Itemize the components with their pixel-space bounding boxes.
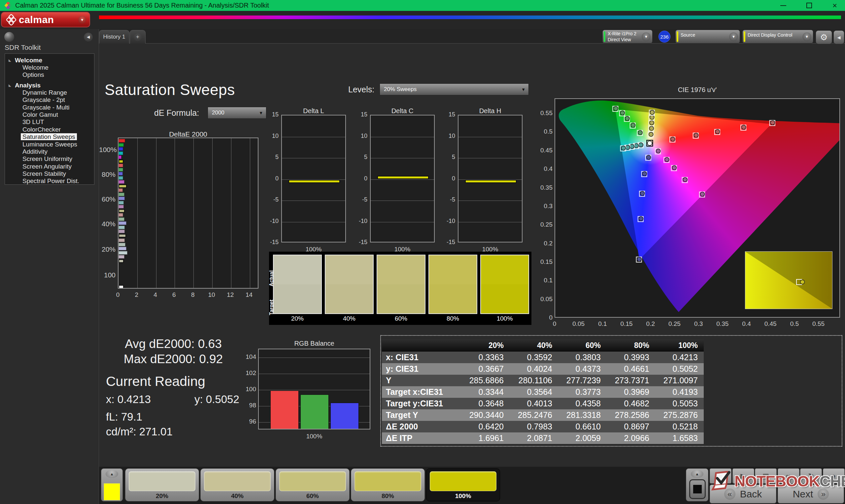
- patch-label: 60%: [276, 492, 349, 500]
- cie-measured-yellow-4: [650, 110, 654, 114]
- deltae-bar-100-yellow: [119, 285, 124, 289]
- chevron-down-icon[interactable]: ▼: [803, 32, 811, 41]
- table-cell: 0.4661: [607, 363, 655, 375]
- sidebar-group-analysis[interactable]: ◣Analysis: [5, 82, 94, 89]
- next-button[interactable]: Next»: [778, 485, 844, 503]
- workflow-tree: ◣WelcomeWelcomeOptions ◣AnalysisDynamic …: [5, 53, 94, 185]
- deltae-bar-20-green: [119, 243, 125, 246]
- close-button[interactable]: ×: [830, 1, 839, 10]
- scroll-up-icon[interactable]: ▲: [106, 470, 118, 478]
- chevron-down-icon[interactable]: ▼: [729, 32, 738, 41]
- sidebar-item-3d-lut[interactable]: 3D LUT: [5, 119, 94, 126]
- cie-measured-blue-2: [640, 191, 645, 196]
- y-tick: -5: [266, 196, 279, 203]
- meter-count-badge[interactable]: 236: [658, 31, 670, 42]
- record-button[interactable]: ●: [823, 468, 845, 484]
- refresh-button[interactable]: ↻: [800, 468, 822, 484]
- minimize-button[interactable]: [779, 1, 788, 10]
- swatch-actual: [274, 255, 321, 284]
- patch-tile-20[interactable]: 20%: [125, 468, 199, 501]
- cie-measured-blue-1: [642, 172, 647, 176]
- sidebar-item-grayscale-2pt[interactable]: Grayscale - 2pt: [5, 96, 94, 104]
- measure-control: ▲: [686, 468, 708, 501]
- tab-history-1[interactable]: History 1: [99, 30, 129, 43]
- table-row-target-x-cie31: Target x:CIE310.33440.35640.37730.39690.…: [382, 386, 704, 398]
- scroll-up-icon[interactable]: ▲: [691, 470, 703, 478]
- meter-status-stripe: [604, 31, 605, 42]
- sidebar-item-luminance-sweeps[interactable]: Luminance Sweeps: [5, 141, 94, 148]
- table-cell: 0.3564: [510, 386, 558, 398]
- de-formula-dropdown[interactable]: 2000▼: [208, 107, 266, 119]
- deltae-plot: [118, 138, 259, 289]
- swatch-60: [376, 255, 425, 314]
- cie1976-chart: CIE 1976 u'v' 00.050.10.150.20.250.30.35…: [538, 84, 845, 331]
- chart-title: Delta H: [458, 107, 523, 115]
- deltae-bar-60-magenta: [119, 205, 124, 209]
- table-header-cell: 100%: [655, 339, 704, 352]
- table-cell: 0.4213: [655, 352, 704, 363]
- sidebar-item-saturation-sweeps[interactable]: Saturation Sweeps: [5, 133, 94, 141]
- settings-button[interactable]: ⚙: [816, 30, 832, 44]
- sidebar-item-color-gamut[interactable]: Color Gamut: [5, 111, 94, 119]
- source-dropdown[interactable]: Source ▼: [675, 30, 740, 43]
- chevron-down-icon[interactable]: ▼: [642, 32, 651, 41]
- levels-dropdown[interactable]: 20% Sweeps▼: [380, 84, 529, 95]
- workflow-orb-button[interactable]: [4, 32, 14, 42]
- sidebar-item-spectral-power-dist[interactable]: Spectral Power Dist.: [5, 178, 94, 185]
- sidebar-item-screen-stability[interactable]: Screen Stability: [5, 170, 94, 178]
- group-label: 80%: [99, 170, 116, 178]
- sidebar-item-dynamic-range[interactable]: Dynamic Range: [5, 89, 94, 96]
- patch-tile-80[interactable]: 80%: [351, 468, 425, 501]
- deltae-bar-60-green: [119, 193, 124, 196]
- loop-button[interactable]: ∞: [778, 468, 799, 484]
- window-title: Calman 2025 Calman Ultimate for Business…: [15, 2, 269, 9]
- measurement-table[interactable]: 20%40%60%80%100%x: CIE310.33630.35920.38…: [382, 339, 704, 444]
- table-cell: 0.3648: [461, 398, 510, 409]
- table-cell: 0.4013: [510, 398, 558, 409]
- deltae-bar-40-yellow: [119, 234, 126, 237]
- table-cell: 0.3667: [461, 363, 510, 375]
- levels-button[interactable]: ▥: [755, 468, 777, 484]
- cie-measured-yellow-2: [650, 121, 654, 125]
- x-tick: 8: [186, 291, 199, 299]
- sidebar-item-grayscale-multi[interactable]: Grayscale - Multi: [5, 104, 94, 111]
- chevron-down-icon: ▼: [521, 87, 526, 92]
- restore-button[interactable]: [805, 1, 813, 10]
- meter-dropdown[interactable]: X-Rite i1Pro 2Direct View ▼: [602, 30, 653, 43]
- sidebar-item-welcome[interactable]: Welcome: [5, 64, 94, 71]
- brand-dropdown-icon[interactable]: ▼: [78, 16, 86, 24]
- app-icon: [5, 2, 11, 9]
- current-patch-color[interactable]: [104, 483, 120, 500]
- x-tick: 0.4: [738, 320, 755, 327]
- x-tick: 0.15: [618, 320, 635, 327]
- stop-measure-button[interactable]: [689, 479, 706, 499]
- stop-button[interactable]: ■: [710, 468, 732, 484]
- panel-collapse-button[interactable]: ◀: [833, 30, 844, 44]
- sidebar-item-colorchecker[interactable]: ColorChecker: [5, 126, 94, 133]
- sidebar-item-screen-uniformity[interactable]: Screen Uniformity: [5, 155, 94, 163]
- patch-tile-100[interactable]: 100%: [426, 468, 500, 501]
- expander-icon[interactable]: ◣: [8, 82, 11, 89]
- back-button[interactable]: «Back: [710, 485, 776, 503]
- sidebar-item-additivity[interactable]: Additivity: [5, 148, 94, 155]
- add-tab-button[interactable]: +: [130, 30, 145, 43]
- chevron-left-icon: ◀: [838, 35, 841, 40]
- calman-menu-button[interactable]: calman ▼: [1, 12, 90, 28]
- patch-swatch: [204, 471, 271, 491]
- swatch-80: [428, 255, 477, 314]
- delta-plot: [281, 115, 346, 242]
- expander-icon[interactable]: ◣: [8, 57, 11, 64]
- sidebar-item-screen-angularity[interactable]: Screen Angularity: [5, 163, 94, 170]
- sidebar-group-welcome[interactable]: ◣Welcome: [5, 57, 94, 64]
- play-button[interactable]: ▶: [733, 468, 754, 484]
- table-row-target-y-cie31: Target y:CIE310.36480.40130.43580.46820.…: [382, 398, 704, 409]
- sidebar-item-options[interactable]: Options: [5, 71, 94, 78]
- cie-whitepoint-measured: [647, 141, 652, 145]
- delta-plot: [370, 115, 435, 242]
- delta-bar: [377, 176, 429, 179]
- sidebar-collapse-button[interactable]: ◀: [84, 33, 93, 41]
- display-control-dropdown[interactable]: Direct Display Control ▼: [742, 30, 813, 43]
- patch-tile-60[interactable]: 60%: [276, 468, 350, 501]
- patch-label: 100%: [426, 492, 500, 500]
- patch-tile-40[interactable]: 40%: [200, 468, 274, 501]
